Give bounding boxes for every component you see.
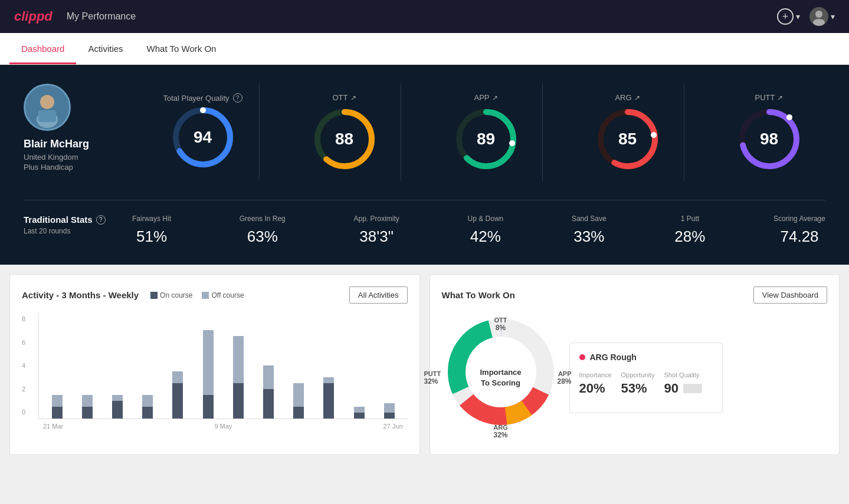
on-course-bar [263, 389, 274, 419]
total-quality-label: Total Player Quality ? [163, 93, 242, 103]
header: clippd My Performance + ▾ ▾ [0, 0, 849, 33]
bar-group [165, 371, 191, 419]
off-course-bar [293, 383, 304, 407]
tab-what-to-work-on[interactable]: What To Work On [135, 33, 228, 64]
ott-label: OTT ↗ [333, 93, 356, 102]
work-info-card: ARG Rough Importance 20% Opportunity 53%… [569, 342, 723, 413]
bar-group [44, 395, 70, 419]
bar-group [104, 395, 130, 419]
arg-value: 85 [618, 130, 637, 149]
activity-chart-card: Activity - 3 Months - Weekly On course O… [9, 274, 420, 455]
x-label-jun: 27 Jun [383, 423, 402, 430]
stats-title: Traditional Stats ? [24, 215, 118, 225]
stat-item: Fairways Hit 51% [132, 215, 171, 246]
user-menu-button[interactable]: ▾ [809, 7, 835, 26]
work-info-title: ARG Rough [579, 353, 713, 362]
dark-panel: Blair McHarg United Kingdom Plus Handica… [0, 65, 849, 265]
putt-label: PUTT ↗ [755, 93, 784, 102]
add-button[interactable]: + ▾ [777, 8, 800, 25]
bar-group [74, 395, 100, 419]
svg-point-3 [40, 95, 54, 109]
arg-segment-label: ARG 32% [493, 424, 507, 439]
app-value: 89 [477, 130, 495, 149]
svg-point-1 [813, 19, 825, 26]
bar-group [225, 336, 251, 419]
chart-legend: On course Off course [150, 291, 244, 299]
avatar [24, 84, 71, 131]
putt-ring: 98 [737, 107, 802, 172]
header-right: + ▾ ▾ [777, 7, 835, 26]
off-course-bar [263, 365, 274, 389]
bar-group [135, 395, 161, 419]
tab-activities[interactable]: Activities [76, 33, 135, 64]
app-label: APP ↗ [474, 93, 497, 102]
off-course-bar [112, 395, 123, 401]
svg-point-0 [815, 11, 822, 18]
stat-item: Greens In Reg 63% [240, 215, 286, 246]
ott-ring: 88 [312, 107, 377, 172]
on-course-bar [323, 383, 334, 419]
app-score-block: APP ↗ 89 [430, 84, 543, 181]
chart-card-header: Activity - 3 Months - Weekly On course O… [22, 286, 408, 304]
player-name: Blair McHarg [24, 138, 118, 150]
off-course-bar [354, 407, 365, 413]
legend-on-course: On course [150, 291, 192, 299]
shot-quality-bar [683, 384, 702, 393]
putt-segment-label: PUTT 32% [424, 370, 441, 386]
stat-item: Scoring Average 74.28 [773, 215, 825, 246]
all-activities-button[interactable]: All Activities [349, 286, 408, 304]
ott-segment-label: OTT 8% [494, 317, 507, 332]
total-quality-value: 94 [194, 128, 212, 147]
putt-score-block: PUTT ↗ 98 [713, 84, 825, 181]
stats-subtitle: Last 20 rounds [24, 227, 118, 235]
avatar [809, 7, 828, 26]
on-course-bar [384, 413, 395, 419]
work-content: ImportanceTo Scoring OTT 8% APP 28% ARG … [442, 313, 828, 443]
off-course-bar [52, 395, 63, 407]
arg-rough-dot [579, 354, 585, 360]
work-card-header: What To Work On View Dashboard [442, 286, 828, 304]
stats-row: Traditional Stats ? Last 20 rounds Fairw… [24, 200, 825, 246]
importance-metric: Importance 20% [579, 371, 612, 396]
stat-item: Up & Down 42% [468, 215, 504, 246]
on-course-bar [52, 407, 63, 419]
add-circle-icon: + [777, 8, 794, 25]
bar-group [286, 383, 312, 419]
off-course-bar [323, 377, 334, 383]
bar-chart [38, 313, 408, 419]
stat-item: Sand Save 33% [572, 215, 607, 246]
off-course-bar [82, 395, 93, 407]
chevron-down-icon: ▾ [796, 12, 800, 21]
off-course-dot [202, 292, 209, 299]
bar-group [346, 407, 372, 419]
off-course-bar [384, 403, 395, 413]
bar-group [255, 365, 281, 419]
header-left: clippd My Performance [14, 9, 136, 24]
bar-group [316, 377, 342, 419]
arg-ring: 85 [595, 107, 660, 172]
on-course-bar [112, 401, 123, 419]
tabs-nav: Dashboard Activities What To Work On [0, 33, 849, 65]
question-icon: ? [96, 215, 106, 225]
on-course-bar [142, 407, 153, 419]
stats-values: Fairways Hit 51% Greens In Reg 63% App. … [132, 215, 825, 246]
off-course-bar [142, 395, 153, 407]
chart-title: Activity - 3 Months - Weekly [22, 290, 139, 300]
player-country: United Kingdom [24, 153, 118, 162]
on-course-bar [172, 383, 183, 419]
total-quality-ring: 94 [171, 105, 235, 170]
off-course-bar [203, 330, 214, 395]
view-dashboard-button[interactable]: View Dashboard [753, 286, 827, 304]
putt-value: 98 [760, 130, 778, 149]
x-label-may: 9 May [214, 423, 232, 430]
on-course-bar [82, 407, 93, 419]
on-course-dot [150, 292, 158, 299]
x-label-mar: 21 Mar [43, 423, 63, 430]
bottom-section: Activity - 3 Months - Weekly On course O… [0, 265, 849, 465]
work-on-card: What To Work On View Dashboard [430, 274, 840, 455]
svg-rect-5 [38, 110, 56, 122]
user-chevron-icon: ▾ [831, 12, 835, 21]
on-course-bar [293, 407, 304, 419]
tab-dashboard[interactable]: Dashboard [9, 33, 76, 64]
stat-item: 1 Putt 28% [674, 215, 705, 246]
